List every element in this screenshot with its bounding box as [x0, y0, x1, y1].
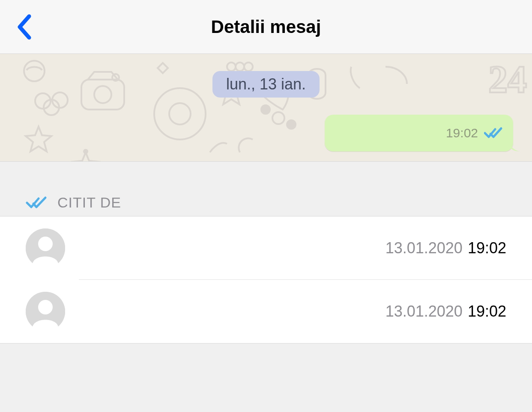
avatar	[26, 228, 65, 268]
bubble-row: 19:02	[0, 98, 532, 151]
read-date: 13.01.2020	[386, 302, 463, 320]
avatar	[26, 292, 65, 331]
date-pill: lun., 13 ian.	[212, 71, 320, 98]
double-check-read-icon	[26, 196, 47, 210]
bubble-tail	[509, 139, 520, 151]
read-by-list: 13.01.2020 19:02 13.01.2020 19:02	[0, 216, 532, 344]
read-by-label: CITIT DE	[57, 194, 121, 211]
read-date: 13.01.2020	[386, 239, 463, 257]
message-bubble[interactable]: 19:02	[325, 115, 513, 151]
spacer	[0, 162, 532, 189]
message-area: lun., 13 ian. 19:02	[0, 54, 532, 162]
header: Detalii mesaj	[0, 0, 532, 54]
svg-point-3	[38, 300, 53, 314]
read-by-item[interactable]: 13.01.2020 19:02	[0, 280, 532, 343]
back-button[interactable]	[15, 14, 32, 40]
person-icon	[26, 228, 65, 268]
read-by-header: CITIT DE	[0, 189, 532, 216]
message-time: 19:02	[446, 126, 478, 140]
read-meta: 13.01.2020 19:02	[386, 302, 506, 320]
double-check-read-icon	[484, 127, 503, 139]
svg-point-1	[38, 237, 53, 251]
read-meta: 13.01.2020 19:02	[386, 239, 506, 257]
page-title: Detalii mesaj	[15, 17, 517, 37]
read-time: 19:02	[468, 239, 506, 257]
read-by-item[interactable]: 13.01.2020 19:02	[0, 216, 532, 280]
read-time: 19:02	[468, 302, 506, 320]
chevron-left-icon	[15, 14, 32, 40]
person-icon	[26, 292, 65, 331]
